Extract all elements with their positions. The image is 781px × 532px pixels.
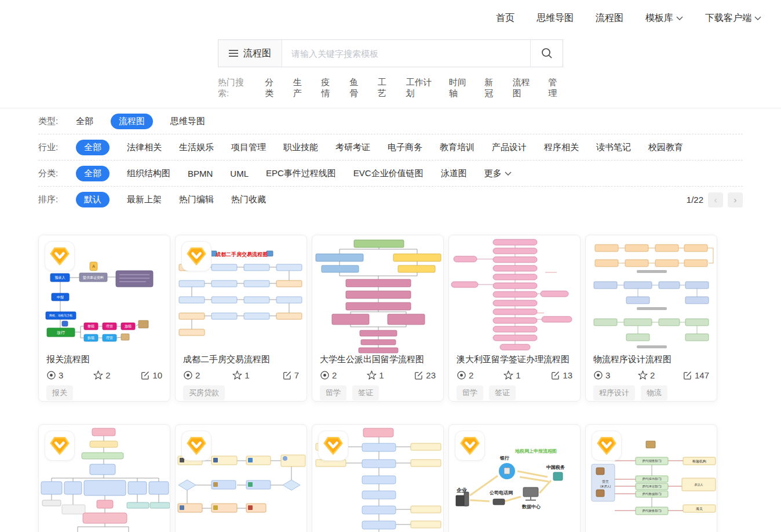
pagination-next-button[interactable]: ›: [728, 192, 743, 207]
filter-item-label: 思维导图: [170, 116, 205, 127]
hot-search-item-8[interactable]: 流程图: [513, 77, 535, 99]
template-card-7[interactable]: [312, 424, 444, 532]
search-category-label: 流程图: [243, 48, 271, 60]
template-card-4[interactable]: 物流程序设计流程图32147程序设计物流: [585, 235, 717, 402]
svg-text:检验机构: 检验机构: [692, 460, 706, 464]
svg-text:放行: 放行: [57, 330, 65, 335]
stat-stars-value: 1: [244, 370, 249, 380]
svg-text:成都二手房交易流程图: 成都二手房交易流程图: [215, 252, 268, 257]
template-card-8[interactable]: 地税网上申报流程图银行中国税务企业公司电话网数据中心: [448, 424, 581, 532]
filter-item-1-2[interactable]: 生活娱乐: [179, 140, 214, 155]
template-title: 大学生公派出国留学流程图: [312, 353, 443, 365]
filter-item-label: EPC事件过程线图: [266, 168, 336, 179]
filter-item-1-4[interactable]: 职业技能: [283, 140, 318, 155]
filter-item-0-1[interactable]: 流程图: [111, 114, 153, 129]
filter-item-2-6[interactable]: 泳道图: [441, 166, 467, 181]
tag-0[interactable]: 报关: [46, 385, 73, 400]
stat-edits-value: 147: [695, 370, 709, 380]
filter-item-0-0[interactable]: 全部: [76, 114, 93, 129]
template-card-9[interactable]: 货主(发货人)货代(销售部门)货代(操作部门)货代(单证部门)货代(数据部门)货…: [585, 424, 717, 532]
brand-logo-badge: [592, 431, 622, 461]
filter-item-1-5[interactable]: 考研考证: [335, 140, 370, 155]
hot-search-item-7[interactable]: 新冠: [484, 77, 499, 99]
tag-0[interactable]: 留学: [457, 385, 483, 400]
view-count-icon: [593, 370, 603, 380]
tag-1[interactable]: 签证: [489, 385, 516, 400]
template-card-2[interactable]: 大学生公派出国留学流程图2123留学签证: [312, 235, 444, 402]
pagination-current: 1/22: [687, 195, 703, 205]
filter-item-3-0[interactable]: 默认: [76, 192, 110, 207]
tag-0[interactable]: 程序设计: [593, 385, 635, 400]
filter-item-1-11[interactable]: 校园教育: [648, 140, 683, 155]
filter-item-1-1[interactable]: 法律相关: [127, 140, 162, 155]
filter-item-1-6[interactable]: 电子商务: [388, 140, 422, 155]
view-count-icon: [457, 370, 466, 380]
hot-search-item-4[interactable]: 工艺: [378, 77, 393, 99]
stat-views: 2: [320, 370, 337, 380]
nav-item-2[interactable]: 流程图: [596, 12, 623, 24]
filter-item-label: 教育培训: [440, 142, 475, 153]
filter-item-1-0[interactable]: 全部: [76, 140, 110, 155]
filter-item-label: 电子商务: [388, 142, 422, 153]
nav-item-3[interactable]: 模板库: [645, 12, 683, 24]
nav-item-0[interactable]: 首页: [496, 12, 514, 24]
filter-item-1-10[interactable]: 读书笔记: [596, 140, 631, 155]
hot-search-item-3[interactable]: 鱼骨: [349, 77, 364, 99]
filter-item-2-0[interactable]: 全部: [76, 166, 110, 181]
filter-item-label: 更多: [484, 168, 502, 179]
template-card-0[interactable]: A预录入提供单证资料申报商检、动检与卫检放行整箱理货放箱拆箱理货报关流程图321…: [38, 235, 170, 402]
search-button[interactable]: [530, 40, 563, 67]
template-card-3[interactable]: 澳大利亚留学签证办理流程图2113留学签证: [448, 235, 581, 402]
filter-item-label: 项目管理: [231, 142, 266, 153]
template-card-6[interactable]: [175, 424, 307, 532]
filter-item-label: 全部: [76, 116, 93, 127]
filter-item-2-2[interactable]: BPMN: [188, 166, 213, 181]
tag-0[interactable]: 买房贷款: [183, 385, 225, 400]
filter-item-1-9[interactable]: 程序相关: [544, 140, 579, 155]
nav-item-label: 下载客户端: [705, 12, 751, 24]
filter-item-0-2[interactable]: 思维导图: [170, 114, 205, 129]
filter-item-2-1[interactable]: 组织结构图: [127, 166, 170, 181]
filter-row-3: 排序:默认最新上架热门编辑热门收藏1/22‹›: [38, 187, 743, 213]
filter-item-label: 校园教育: [648, 142, 683, 153]
filter-item-3-3[interactable]: 热门收藏: [231, 192, 266, 207]
edit-icon: [550, 370, 560, 380]
svg-text:A: A: [92, 264, 95, 268]
hot-search-item-2[interactable]: 疫情: [322, 77, 337, 99]
nav-item-4[interactable]: 下载客户端: [705, 12, 761, 24]
hot-search-item-1[interactable]: 生产: [293, 77, 308, 99]
template-tags: 程序设计物流: [586, 380, 717, 400]
nav-item-1[interactable]: 思维导图: [537, 12, 574, 24]
template-card-1[interactable]: 成都二手房交易流程图成都二手房交易流程图217买房贷款: [175, 235, 307, 402]
filter-item-2-4[interactable]: EPC事件过程线图: [266, 166, 336, 181]
filter-item-label: UML: [230, 169, 249, 178]
pagination-prev-button[interactable]: ‹: [708, 192, 723, 207]
template-card-5[interactable]: [38, 424, 170, 532]
search-category-dropdown[interactable]: 流程图: [218, 40, 282, 67]
filter-item-3-2[interactable]: 热门编辑: [179, 192, 214, 207]
filter-item-1-8[interactable]: 产品设计: [492, 140, 527, 155]
filter-item-1-3[interactable]: 项目管理: [231, 140, 266, 155]
hot-search-item-5[interactable]: 工作计划: [406, 77, 435, 99]
nav-item-label: 首页: [496, 12, 514, 24]
svg-text:货代(财务部门): 货代(财务部门): [642, 509, 662, 513]
filter-item-3-1[interactable]: 最新上架: [127, 192, 162, 207]
tag-1[interactable]: 物流: [641, 385, 667, 400]
tag-1[interactable]: 签证: [352, 385, 379, 400]
star-icon: [93, 370, 103, 380]
search-input[interactable]: [282, 40, 530, 67]
brand-logo-badge: [181, 431, 211, 461]
tag-0[interactable]: 留学: [320, 385, 346, 400]
filter-item-label: 读书笔记: [596, 142, 631, 153]
hot-search-item-6[interactable]: 时间轴: [449, 77, 471, 99]
hot-search-item-0[interactable]: 分类: [265, 77, 280, 99]
stat-edits: 147: [683, 370, 709, 380]
hot-search-item-9[interactable]: 管理: [548, 77, 563, 99]
filter-item-label: 程序相关: [544, 142, 579, 153]
filter-item-2-5[interactable]: EVC企业价值链图: [353, 166, 424, 181]
template-tags: 留学签证: [312, 380, 443, 400]
filter-item-2-3[interactable]: UML: [230, 166, 249, 181]
filter-item-1-7[interactable]: 教育培训: [440, 140, 475, 155]
search-bar: 流程图: [218, 39, 563, 67]
filter-item-2-7[interactable]: 更多: [484, 166, 512, 181]
